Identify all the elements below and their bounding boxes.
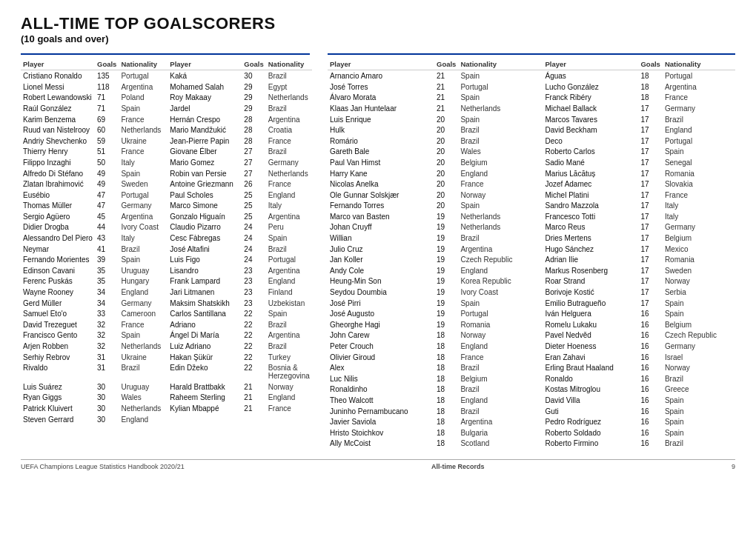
table-cell: Brazil	[663, 114, 735, 125]
table-cell: France	[266, 136, 312, 147]
table-cell	[531, 427, 543, 438]
table-cell: England	[266, 276, 312, 287]
table-cell: Slovakia	[663, 178, 735, 190]
table-row: David Trezeguet32FranceAdriano22Brazil	[21, 319, 312, 330]
table-cell: Giovane Élber	[168, 147, 242, 158]
table-cell: Germany	[266, 157, 312, 168]
table-cell: Ronaldinho	[328, 384, 434, 396]
table-cell: 51	[95, 147, 119, 158]
table-cell: 16	[638, 427, 662, 438]
table-cell: Wales	[458, 147, 531, 158]
table-cell: 18	[434, 427, 458, 438]
table-row: Ryan Giggs30WalesRaheem Sterling21Englan…	[21, 393, 312, 404]
table-cell: Portugal	[663, 70, 735, 81]
table-cell: Spain	[663, 395, 735, 406]
table-cell	[531, 438, 543, 450]
table-cell: Águas	[543, 70, 639, 81]
table-row: Julio Cruz19ArgentinaHugo Sánchez17Mexic…	[328, 244, 735, 255]
table-cell: Brazil	[119, 244, 163, 255]
table-cell: Spain	[663, 406, 735, 417]
table-cell: 16	[638, 308, 662, 319]
table-cell: Egypt	[266, 81, 312, 93]
table-cell: Willian	[328, 233, 434, 244]
right-divider	[328, 53, 735, 55]
table-cell	[242, 414, 265, 425]
table-cell: 35	[95, 265, 119, 276]
table-cell: Romelu Lukaku	[543, 319, 639, 330]
table-cell: 44	[95, 222, 119, 233]
table-cell: Germany	[663, 341, 735, 352]
table-cell: Netherlands	[119, 124, 163, 136]
table-cell: Mohamed Salah	[168, 81, 242, 93]
table-row: Andriy Shevchenko59UkraineJean-Pierre Pa…	[21, 136, 312, 147]
table-cell: 18	[638, 70, 662, 81]
table-cell: Luis Figo	[168, 254, 242, 265]
table-cell: Mario Mandžukić	[168, 124, 242, 136]
table-cell: Argentina	[119, 81, 163, 93]
table-cell: Luc Nilis	[328, 373, 434, 384]
left-column: Player Goals Nationality Player Goals Na…	[21, 53, 310, 449]
table-cell: Argentina	[266, 330, 312, 341]
table-cell: 31	[95, 362, 119, 381]
table-cell: 17	[638, 201, 662, 212]
table-cell: Sandro Mazzola	[543, 201, 639, 212]
table-row: Fernando Torres20SpainSandro Mazzola17It…	[328, 201, 735, 212]
table-cell	[531, 103, 543, 114]
table-cell: 49	[95, 168, 119, 179]
table-cell: Portugal	[458, 308, 531, 319]
table-cell: 20	[434, 114, 458, 125]
table-cell: Kaká	[168, 70, 242, 81]
table-cell: Jean-Pierre Papin	[168, 136, 242, 147]
table-cell: Alessandro Del Piero	[21, 233, 95, 244]
table-cell	[531, 416, 543, 427]
table-cell: 25	[242, 211, 265, 222]
table-cell: Turkey	[266, 352, 312, 363]
table-cell: Wayne Rooney	[21, 287, 95, 298]
table-cell: Greece	[663, 384, 735, 396]
table-cell: Brazil	[458, 406, 531, 417]
table-row: Theo Walcott18EnglandDavid Villa16Spain	[328, 395, 735, 406]
table-row: Jan Koller19Czech RepublicAdrian Ilie17R…	[328, 254, 735, 265]
table-cell: Argentina	[119, 211, 163, 222]
table-cell: Antoine Griezmann	[168, 178, 242, 190]
table-cell: Cameroon	[119, 308, 163, 319]
table-cell: 19	[434, 265, 458, 276]
table-cell: Czech Republic	[458, 254, 531, 265]
table-cell: 31	[95, 352, 119, 363]
table-cell: Olivier Giroud	[328, 352, 434, 363]
table-cell: Mexico	[663, 244, 735, 255]
table-cell: Raúl González	[21, 103, 95, 114]
table-cell: Gonzalo Higuaín	[168, 211, 242, 222]
table-cell: 39	[95, 254, 119, 265]
table-cell: 18	[434, 384, 458, 396]
table-cell: Paul Van Himst	[328, 157, 434, 168]
table-cell: 18	[434, 341, 458, 352]
table-cell: 23	[242, 287, 265, 298]
table-cell: Hakan Şükür	[168, 352, 242, 363]
table-cell: Seydou Doumbia	[328, 287, 434, 298]
table-cell: 50	[95, 157, 119, 168]
table-cell: Spain	[119, 254, 163, 265]
table-cell: Hugo Sánchez	[543, 244, 639, 255]
table-cell: 71	[95, 93, 119, 104]
table-cell: Francesco Totti	[543, 211, 639, 222]
table-cell: 17	[638, 178, 662, 190]
table-cell: Roberto Carlos	[543, 147, 639, 158]
table-row: Raúl González71SpainJardel29Brazil	[21, 103, 312, 114]
table-cell: 21	[434, 103, 458, 114]
table-cell: Romania	[663, 254, 735, 265]
table-cell: 19	[434, 298, 458, 309]
table-cell: Croatia	[266, 124, 312, 136]
table-row: Edinson Cavani35UruguayLisandro23Argenti…	[21, 265, 312, 276]
table-cell: 18	[434, 373, 458, 384]
page-wrapper: ALL-TIME TOP GOALSCORERS (10 goals and o…	[21, 15, 735, 470]
table-cell: Netherlands	[458, 211, 531, 222]
table-cell: Edin Džeko	[168, 362, 242, 381]
table-cell: Argentina	[458, 416, 531, 427]
table-cell: 22	[242, 352, 265, 363]
table-cell: 118	[95, 81, 119, 93]
table-cell: Italy	[663, 201, 735, 212]
table-cell: Ronaldo	[543, 373, 639, 384]
table-cell: 20	[434, 201, 458, 212]
table-row: Fernando Morientes39SpainLuis Figo24Port…	[21, 254, 312, 265]
